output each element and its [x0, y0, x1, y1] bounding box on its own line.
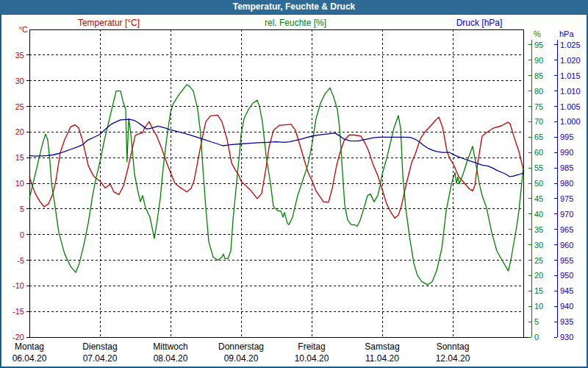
humidity-curve — [29, 85, 523, 285]
pressure-unit-label: hPa — [559, 29, 574, 38]
pressure-tick-label: 995 — [560, 132, 573, 141]
day-date-label: 10.04.20 — [295, 353, 329, 364]
temperature-unit-label: °C — [19, 25, 28, 34]
temp-tick-label: 15 — [15, 153, 24, 162]
day-date-label: 07.04.20 — [83, 353, 118, 364]
chart-plot-svg: Temperatur [°C] rel. Feuchte [%] Druck [… — [0, 0, 588, 368]
day-date-label: 12.04.20 — [436, 353, 470, 364]
humidity-tick-label: 15 — [534, 286, 543, 295]
humidity-tick-label: 80 — [534, 87, 543, 96]
humidity-tick-label: 95 — [534, 40, 543, 49]
pressure-tick-label: 965 — [560, 225, 573, 234]
pressure-tick-label: 985 — [560, 163, 573, 172]
humidity-tick-label: 70 — [534, 117, 543, 126]
pressure-tick-label: 940 — [560, 302, 573, 311]
day-name-label: Sonntag — [437, 342, 470, 352]
humidity-tick-label: 30 — [534, 241, 543, 250]
pressure-tick-label: 1.025 — [560, 40, 581, 49]
temp-tick-label: 5 — [20, 205, 24, 213]
humidity-tick-label: 25 — [534, 256, 543, 265]
day-date-label: 11.04.20 — [365, 353, 399, 364]
humidity-tick-label: 85 — [534, 71, 543, 80]
temp-tick-label: 0 — [20, 230, 24, 239]
day-name-label: Montag — [15, 342, 44, 352]
humidity-tick-label: 65 — [534, 132, 543, 141]
humidity-tick-label: 0 — [534, 333, 539, 342]
pressure-series-label: Druck [hPa] — [456, 18, 503, 28]
day-date-label: 09.04.20 — [224, 353, 259, 364]
day-name-label: Samstag — [365, 342, 399, 352]
pressure-tick-label: 990 — [560, 148, 573, 157]
pressure-tick-label: 950 — [560, 271, 573, 280]
humidity-tick-label: 20 — [534, 271, 543, 280]
humidity-tick-label: 45 — [534, 194, 543, 203]
weather-chart-window: Temperatur, Feuchte & Druck Temperatur [… — [0, 0, 588, 368]
temp-tick-label: 10 — [15, 179, 24, 188]
day-name-label: Dienstag — [82, 342, 117, 352]
day-name-label: Mittwoch — [153, 342, 187, 352]
day-name-label: Donnerstag — [218, 342, 264, 352]
pressure-tick-label: 980 — [560, 179, 573, 188]
humidity-tick-label: 40 — [534, 210, 543, 219]
temperature-series-label: Temperatur [°C] — [78, 18, 140, 28]
humidity-series-label: rel. Feuchte [%] — [265, 18, 326, 28]
humidity-unit-label: % — [534, 29, 541, 38]
temp-tick-label: -5 — [17, 256, 24, 265]
pressure-tick-label: 960 — [560, 241, 573, 250]
humidity-tick-label: 5 — [534, 317, 539, 326]
humidity-tick-label: 75 — [534, 102, 543, 111]
humidity-tick-label: 10 — [534, 302, 543, 311]
temp-tick-label: 35 — [15, 51, 24, 60]
humidity-tick-label: 55 — [534, 163, 543, 172]
pressure-tick-label: 1.005 — [560, 102, 581, 111]
pressure-tick-label: 975 — [560, 194, 573, 203]
pressure-tick-label: 1.000 — [560, 117, 581, 126]
pressure-tick-label: 930 — [560, 333, 573, 342]
gridlines-layer — [29, 29, 523, 337]
temp-tick-label: -10 — [12, 281, 24, 290]
humidity-tick-label: 35 — [534, 225, 543, 234]
day-date-label: 06.04.20 — [12, 353, 47, 364]
day-date-label: 08.04.20 — [154, 353, 188, 364]
pressure-tick-label: 1.020 — [560, 56, 581, 65]
pressure-tick-label: 955 — [560, 256, 573, 265]
humidity-tick-label: 90 — [534, 56, 543, 65]
pressure-tick-label: 1.015 — [560, 71, 581, 80]
temp-tick-label: 20 — [15, 127, 24, 136]
pressure-tick-label: 1.010 — [560, 87, 581, 96]
day-name-label: Freitag — [298, 342, 325, 352]
pressure-tick-label: 945 — [560, 286, 573, 295]
humidity-tick-label: 60 — [534, 148, 543, 157]
pressure-tick-label: 935 — [560, 317, 573, 326]
curves-layer — [29, 85, 523, 285]
humidity-tick-label: 50 — [534, 179, 543, 188]
temp-tick-label: 30 — [15, 77, 24, 85]
temp-tick-label: -20 — [12, 333, 24, 342]
pressure-tick-label: 970 — [560, 210, 573, 219]
temp-tick-label: 25 — [15, 102, 24, 111]
temp-tick-label: -15 — [12, 307, 24, 316]
